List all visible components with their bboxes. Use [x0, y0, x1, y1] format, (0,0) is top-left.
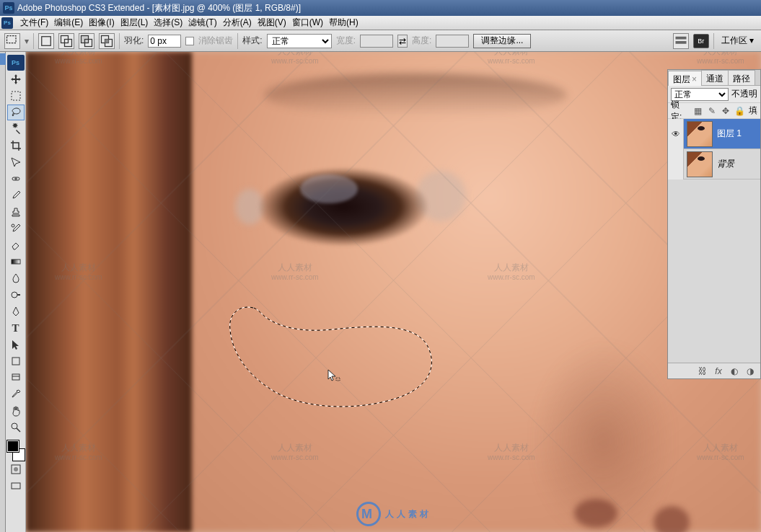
menu-layer[interactable]: 图层(L) [118, 15, 151, 30]
swap-wh-icon[interactable]: ⇄ [397, 35, 408, 48]
layer-row[interactable]: 👁 图层 1 [668, 119, 760, 149]
marquee-tool[interactable] [7, 88, 25, 104]
lock-transparency-icon[interactable]: ▦ [693, 106, 703, 116]
heal-tool[interactable] [7, 171, 25, 187]
ps-icon[interactable]: Ps [7, 55, 25, 71]
svg-rect-9 [675, 36, 686, 39]
pen-tool[interactable] [7, 303, 25, 319]
menu-edit[interactable]: 编辑(E) [51, 15, 86, 30]
fill-label: 填 [749, 105, 757, 117]
visibility-toggle-icon[interactable]: 👁 [668, 119, 684, 149]
layer-style-icon[interactable]: fx [713, 365, 724, 377]
menu-window[interactable]: 窗口(W) [289, 15, 326, 30]
adjustment-layer-icon[interactable]: ◑ [744, 365, 756, 377]
menu-select[interactable]: 选择(S) [151, 15, 185, 30]
layers-panel: 图层× 通道 路径 正常 不透明 锁定: ▦ ✎ ✥ 🔒 填 👁 图层 1 背景… [667, 69, 761, 379]
move-tool[interactable] [7, 71, 25, 87]
dropdown-arrow-icon[interactable]: ▾ [25, 36, 29, 46]
opacity-label: 不透明 [731, 88, 757, 100]
notes-tool[interactable] [7, 370, 25, 386]
svg-rect-8 [105, 39, 109, 43]
tool-preset-icon[interactable] [4, 33, 20, 49]
toolbox: Ps T [6, 52, 26, 532]
lock-pixels-icon[interactable]: ✎ [707, 106, 716, 116]
layer-mask-icon[interactable]: ◐ [729, 365, 740, 377]
tab-paths[interactable]: 路径 [728, 70, 755, 85]
screenmode-tool[interactable] [7, 478, 25, 494]
menu-view[interactable]: 视图(V) [255, 15, 289, 30]
history-brush-tool[interactable] [7, 221, 25, 236]
eyedropper-tool[interactable] [7, 386, 25, 402]
link-layers-icon[interactable]: ⛓ [697, 365, 708, 377]
feather-label: 羽化: [124, 35, 144, 47]
quickmask-tool[interactable] [7, 461, 25, 477]
layers-list: 👁 图层 1 背景 [668, 119, 760, 363]
menu-analysis[interactable]: 分析(A) [220, 15, 255, 30]
menu-image[interactable]: 图像(I) [86, 15, 117, 30]
refine-edge-button[interactable]: 调整边缘... [473, 34, 531, 48]
tab-layers[interactable]: 图层× [668, 71, 702, 86]
canvas[interactable]: 人人素材www.rr-sc.com 人人素材www.rr-sc.com 人人素材… [26, 52, 761, 532]
width-input[interactable] [360, 35, 393, 48]
menu-bar: Ps 文件(F) 编辑(E) 图像(I) 图层(L) 选择(S) 滤镜(T) 分… [0, 16, 761, 30]
width-label: 宽度: [336, 35, 356, 47]
menu-file[interactable]: 文件(F) [17, 15, 51, 30]
hand-tool[interactable] [7, 403, 25, 419]
tab-channels[interactable]: 通道 [701, 70, 729, 85]
svg-rect-1 [42, 36, 51, 45]
svg-point-13 [12, 224, 14, 227]
stamp-tool[interactable] [7, 204, 25, 220]
menu-help[interactable]: 帮助(H) [326, 15, 361, 30]
add-selection-icon[interactable] [58, 33, 74, 49]
type-tool[interactable]: T [7, 320, 25, 336]
path-select-tool[interactable] [7, 337, 25, 353]
brush-tool[interactable] [7, 187, 25, 203]
layer-name[interactable]: 背景 [716, 158, 760, 170]
visibility-toggle-icon[interactable] [668, 149, 684, 179]
toolbox-tab-strip[interactable] [0, 52, 6, 532]
zoom-tool[interactable] [7, 420, 25, 435]
svg-rect-11 [12, 92, 20, 100]
wand-tool[interactable] [7, 121, 25, 137]
svg-point-15 [12, 292, 17, 298]
dodge-tool[interactable] [7, 287, 25, 303]
antialias-checkbox[interactable] [185, 37, 194, 45]
svg-rect-0 [7, 35, 17, 43]
gradient-tool[interactable] [7, 254, 25, 270]
intersect-selection-icon[interactable] [99, 33, 115, 49]
shape-tool[interactable] [7, 353, 25, 369]
crop-tool[interactable] [7, 138, 25, 154]
svg-rect-21 [12, 483, 20, 489]
height-label: 高度: [412, 35, 431, 47]
bridge-icon[interactable]: Br [693, 34, 709, 48]
options-bar: ▾ 羽化: 消除锯齿 样式: 正常 宽度: ⇄ 高度: 调整边缘... Br 工… [0, 30, 761, 52]
lasso-tool[interactable] [7, 105, 25, 120]
blur-tool[interactable] [7, 270, 25, 286]
svg-rect-10 [675, 41, 686, 44]
panel-footer: ⛓ fx ◐ ◑ [668, 363, 760, 378]
layer-thumbnail[interactable] [687, 121, 713, 147]
app-logo-icon: Ps [3, 2, 14, 14]
color-swatches[interactable] [7, 440, 25, 461]
workspace-label[interactable]: 工作区 ▾ [718, 35, 757, 47]
panel-toggle-icon[interactable] [673, 33, 689, 49]
subtract-selection-icon[interactable] [79, 33, 94, 49]
lock-position-icon[interactable]: ✥ [721, 106, 730, 116]
layer-thumbnail[interactable] [687, 151, 713, 177]
eraser-tool[interactable] [7, 237, 25, 253]
style-label: 样式: [242, 35, 262, 47]
style-select[interactable]: 正常 [267, 34, 332, 48]
lasso-selection-marquee [224, 301, 441, 412]
height-input[interactable] [436, 35, 469, 48]
slice-tool[interactable] [7, 154, 25, 170]
antialias-label: 消除锯齿 [198, 35, 233, 47]
lock-all-icon[interactable]: 🔒 [734, 106, 744, 116]
doc-icon[interactable]: Ps [1, 17, 13, 29]
menu-filter[interactable]: 滤镜(T) [185, 15, 219, 30]
layer-name[interactable]: 图层 1 [716, 128, 760, 140]
svg-rect-14 [12, 260, 20, 264]
feather-input[interactable] [148, 35, 181, 48]
new-selection-icon[interactable] [38, 33, 54, 49]
foreground-color-swatch[interactable] [7, 440, 19, 452]
layer-row[interactable]: 背景 [668, 149, 760, 179]
